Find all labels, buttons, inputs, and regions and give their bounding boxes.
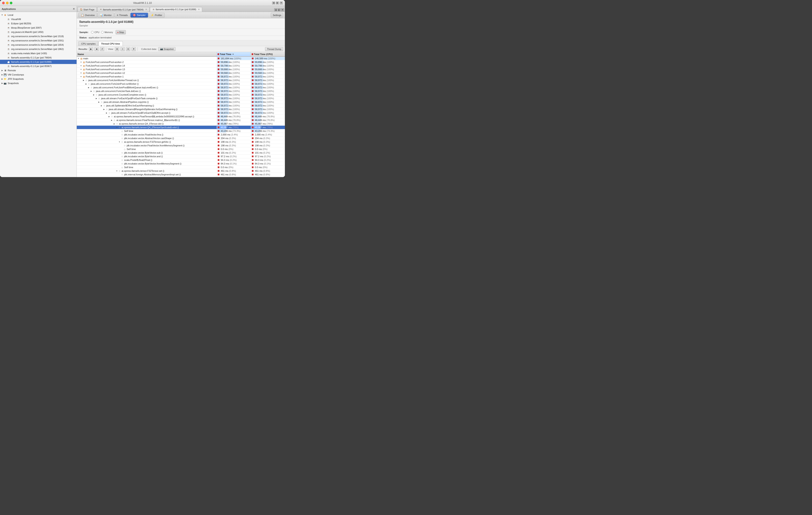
table-row[interactable]: ▼ ▤ main 161,694 ms (100%) 146,589 ms (1… (77, 57, 285, 60)
table-row[interactable]: ▶ ◎ java.util.concurrent.ForkJoinPool.ru… (77, 82, 285, 86)
row-toggle[interactable]: ▶ (103, 108, 105, 110)
row-toggle[interactable]: ▶ (85, 83, 87, 85)
nav-overview-btn[interactable]: 📋 Overview (79, 13, 97, 18)
row-toggle[interactable] (118, 159, 121, 161)
table-row[interactable]: ▶ ◎ java.util.Spliterator$OfInt.forEachR… (77, 104, 285, 108)
settings-btn[interactable]: Settings (271, 13, 283, 18)
sidebar-close-btn[interactable]: ✕ (73, 7, 75, 10)
row-toggle[interactable] (118, 133, 121, 136)
nav-sampler-btn[interactable]: 🎯 Sampler (130, 13, 148, 18)
row-toggle[interactable] (118, 155, 121, 158)
row-toggle[interactable]: ▶ (111, 119, 113, 121)
col-header-total-cpu[interactable]: Total Time (CPU) (251, 52, 285, 56)
table-row[interactable]: ▼ ◎ ai.xpress.llama4s.tensor.F32Tensor.g… (77, 140, 285, 144)
snapshot-btn[interactable]: 📷 Snapshot (158, 47, 175, 51)
tab-thread-cpu-time[interactable]: Thread CPU time (98, 41, 123, 46)
radio-memory[interactable]: Memory (101, 31, 113, 33)
row-toggle[interactable]: ▶ (95, 97, 98, 100)
sidebar-item-visualvm[interactable]: ☕ VisualVM (0, 17, 77, 21)
row-toggle[interactable]: ▼ (80, 61, 82, 63)
table-row[interactable]: ◎ scala.Predef$.float2Float () 94.3 ms (… (77, 158, 285, 162)
row-toggle[interactable] (121, 144, 123, 147)
view-table-btn[interactable]: ≡ (120, 47, 125, 51)
row-toggle[interactable] (118, 177, 121, 177)
reset-btn[interactable]: ↺ (100, 47, 104, 51)
sidebar-item-llama81888[interactable]: ☕ llama4s-assembly-0.1.0.jar (pid 81888) (0, 60, 77, 64)
nav-monitor-btn[interactable]: 📊 Monitor (97, 13, 114, 18)
nav-dropdown-btn[interactable]: ▼ (280, 1, 283, 4)
row-toggle[interactable]: ▼ (77, 57, 80, 60)
sidebar-item-local[interactable]: ▼ 🖥 Local (0, 13, 77, 17)
row-toggle[interactable]: ▼ (116, 170, 118, 172)
table-row[interactable]: ◎ jdk.incubator.vector.ByteVector.fromMe… (77, 162, 285, 166)
view-tree-btn[interactable]: ⊞ (115, 47, 119, 51)
tab-startpage[interactable]: 🏠 Start Page (78, 7, 97, 12)
table-row[interactable]: ▼ ▤ ForkJoinPool.commonPool-worker-14 59… (77, 64, 285, 67)
col-header-name[interactable]: Name (77, 52, 216, 56)
table-row[interactable]: ▶ ◎ ai.xpress.llama4s.tensor.FloatTensor… (77, 118, 285, 122)
table-row[interactable]: ◇ Self time 0.0 ms (0%) 0.0 ms (0%) (77, 166, 285, 169)
sidebar-item-sonarlint1862[interactable]: ☕ org.sonarsource.sonarlint.ls.ServerMai… (0, 47, 77, 51)
table-row[interactable]: ▶ ◎ java.util.stream.Streams$RangeIntSpl… (77, 108, 285, 111)
table-row[interactable]: ◎ jdk.incubator.vector.ByteVector.sub ()… (77, 151, 285, 155)
radio-cpu[interactable]: CPU (91, 31, 99, 33)
maximize-button[interactable] (10, 2, 12, 4)
table-row[interactable]: ◎ jdk.incubator.vector.ByteVector.and ()… (77, 155, 285, 158)
table-row[interactable]: ▼ ◎ ai.xpress.llama4s.tensor.F32Tensor.s… (77, 169, 285, 173)
table-row[interactable]: ▶ ◎ java.util.stream.ForEachOps$ForEachT… (77, 97, 285, 100)
view-detail-btn[interactable]: ⊟ (126, 47, 130, 51)
sidebar-item-snapshots[interactable]: ▶ 📷 Snapshots (0, 81, 77, 85)
table-row[interactable]: ▼ ▤ ForkJoinPool.commonPool-worker-12 59… (77, 71, 285, 75)
table-row[interactable]: ▼ ▤ ForkJoinPool.commonPool-worker-2 59,… (77, 60, 285, 64)
tab-dropdown[interactable]: ▼ (281, 8, 284, 11)
table-row[interactable]: ◎ jdk.internal.foreign.AbstractMemorySeg… (77, 173, 285, 177)
minimize-button[interactable] (6, 2, 8, 4)
tab-close-81888[interactable]: ✕ (198, 8, 200, 11)
tab-scroll-left[interactable]: ◀ (274, 8, 277, 11)
row-toggle[interactable]: ▼ (80, 68, 82, 71)
table-row[interactable]: ◎ jdk.incubator.vector.FloatVector.fromM… (77, 144, 285, 147)
row-toggle[interactable]: ▶ (82, 79, 85, 81)
row-toggle[interactable]: ▶ (113, 123, 116, 125)
sidebar-item-jfr[interactable]: ▶ 📁 JFR Snapshots (0, 77, 77, 81)
nav-threads-btn[interactable]: ≡ Threads (115, 13, 130, 18)
tab-llama79604[interactable]: ☕ llama4s-assembly-0.1.0.jar (pid 79604)… (97, 7, 149, 12)
table-row[interactable]: ▶ ◎ ai.xpress.llama4s.tensor.Q4_0Tensor.… (77, 122, 285, 126)
table-row[interactable]: ▶ ◎ java.util.concurrent.CountedComplete… (77, 93, 285, 97)
tab-cpu-samples[interactable]: CPU samples (79, 41, 98, 46)
tab-llama81888[interactable]: ☕ llama4s-assembly-0.1.0.jar (pid 81888)… (150, 7, 202, 12)
nav-fwd-btn[interactable]: ▶ (276, 1, 279, 4)
sidebar-item-llama79604[interactable]: ☕ llama4s-assembly-0.1.0.jar (pid 79604) (0, 55, 77, 60)
sidebar-item-sonarlint1591[interactable]: ☕ org.sonarsource.sonarlint.ls.ServerMai… (0, 38, 77, 43)
nav-back-btn[interactable]: ◀ (272, 1, 275, 4)
row-toggle[interactable] (118, 152, 121, 154)
row-toggle[interactable]: ▼ (80, 72, 82, 74)
table-row[interactable]: ◇ Self time 43,206 ms (73.3%) 43,206 ms … (77, 129, 285, 133)
row-toggle[interactable]: ▼ (80, 64, 82, 67)
sidebar-item-llama85967[interactable]: ☕ llama4s-assembly-0.1.0.jar (pid 85967) (0, 64, 77, 68)
table-row[interactable]: ▶ ◎ java.util.stream.AbstractPipeline.co… (77, 100, 285, 104)
tab-close-79604[interactable]: ✕ (145, 8, 147, 11)
row-toggle[interactable]: ▼ (80, 75, 82, 78)
sidebar-item-bloop[interactable]: ☕ bloop.BloopServer (pid 2097) (0, 26, 77, 30)
sidebar-item-sonarlint1654[interactable]: ☕ org.sonarsource.sonarlint.ls.ServerMai… (0, 43, 77, 47)
sidebar-item-javacs[interactable]: ☕ org.javacs.kt.MainKt (pid 1450) (0, 30, 77, 34)
table-row[interactable]: ◎ jdk.incubator.vector.AbstractVector.ca… (77, 137, 285, 140)
nav-profiler-btn[interactable]: ⚡ Profiler (148, 13, 165, 18)
sidebar-item-sonarlint1518[interactable]: ☕ org.sonarsource.sonarlint.ls.ServerMai… (0, 34, 77, 38)
stop-btn[interactable]: ■ Stop (116, 30, 126, 34)
row-toggle[interactable] (118, 130, 121, 132)
table-container[interactable]: Name Total Time ▼ Total Time (CPU) (77, 52, 285, 177)
start-recording-btn[interactable]: ▶ (89, 47, 93, 51)
table-row[interactable]: ▶ ◎ java.util.stream.ForEachOps$ForEachO… (77, 111, 285, 115)
thread-dump-btn[interactable]: Thread Dump (265, 47, 283, 51)
row-toggle[interactable]: ▶ (108, 115, 111, 118)
tab-scroll-right[interactable]: ▶ (278, 8, 281, 11)
table-row[interactable]: ▶ ◎ java.util.concurrent.ForkJoinTask.do… (77, 89, 285, 93)
row-toggle[interactable]: ▼ (118, 141, 121, 143)
sidebar-item-eclipse[interactable]: ☕ Eclipse (pid 86259) (0, 21, 77, 26)
table-row[interactable]: ▼ ▤ ForkJoinPool.commonPool-worker-13 59… (77, 67, 285, 71)
view-options-btn[interactable]: ▼ (132, 47, 136, 51)
row-toggle[interactable] (118, 173, 121, 176)
sidebar-item-scala[interactable]: ☕ scala.meta.metals.Main (pid 1430) (0, 51, 77, 55)
